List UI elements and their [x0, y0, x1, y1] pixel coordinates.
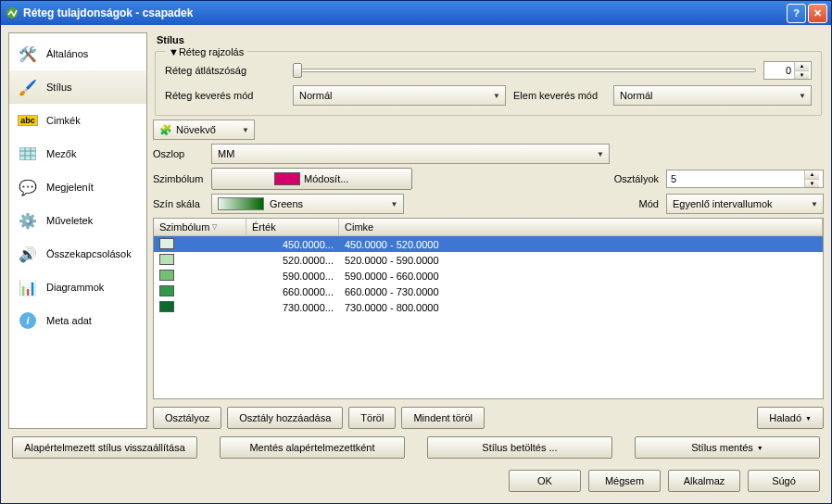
sidebar-item-label: Cimkék [46, 115, 81, 126]
add-class-button[interactable]: Osztály hozzáadása [227, 407, 343, 429]
table-icon [17, 144, 39, 164]
sidebar-item-labels[interactable]: abc Cimkék [9, 104, 146, 137]
class-label: 660.0000 - 730.0000 [339, 286, 823, 297]
load-style-button[interactable]: Stílus betöltés ... [427, 436, 612, 459]
brush-icon: 🖌️ [17, 77, 39, 97]
join-icon: 🔊 [17, 244, 39, 264]
col-symbol[interactable]: Szimbólum ▽ [154, 219, 246, 235]
sidebar-item-actions[interactable]: ⚙️ Műveletek [9, 204, 146, 237]
class-label: 520.0000 - 590.0000 [339, 255, 823, 266]
sidebar-item-label: Műveletek [46, 215, 93, 226]
dialog-window: Réteg tulajdonságok - csapadek ? ✕ 🛠️ Ál… [0, 0, 832, 504]
sidebar-item-diagrams[interactable]: 📊 Diagrammok [9, 271, 146, 304]
table-header: Szimbólum ▽ Érték Cimke [154, 219, 823, 236]
sidebar-item-label: Általános [46, 48, 88, 59]
col-label[interactable]: Cimke [339, 219, 823, 235]
sort-icon: ▽ [212, 223, 217, 231]
classify-button[interactable]: Osztályoz [153, 407, 221, 429]
class-swatch [159, 270, 174, 281]
sidebar-item-label: Mezők [46, 148, 76, 159]
spin-up[interactable]: ▲ [795, 62, 809, 71]
renderer-mode-combo[interactable]: 🧩 Növekvő▼ [153, 120, 255, 140]
classes-input[interactable] [667, 170, 804, 187]
chevron-down-icon: ▼ [806, 200, 823, 208]
table-row[interactable]: 590.0000...590.0000 - 660.0000 [154, 268, 823, 284]
class-value: 730.0000... [246, 302, 339, 313]
classes-table[interactable]: Szimbólum ▽ Érték Cimke 450.0000...450.0… [153, 218, 824, 399]
feature-blend-combo[interactable]: Normál▼ [613, 85, 812, 106]
sidebar-item-label: Összekapcsolások [46, 248, 132, 259]
titlebar[interactable]: Réteg tulajdonságok - csapadek ? ✕ [1, 1, 831, 25]
column-label: Oszlop [153, 148, 204, 159]
opacity-spinbox[interactable]: ▲▼ [763, 61, 812, 80]
chevron-down-icon: ▼ [488, 92, 505, 100]
class-value: 450.0000... [246, 239, 339, 250]
ramp-label: Szín skála [153, 198, 204, 209]
sidebar-item-display[interactable]: 💬 Megjelenít [9, 170, 146, 204]
opacity-slider[interactable] [293, 62, 756, 79]
class-value: 660.0000... [246, 286, 339, 297]
opacity-input[interactable] [764, 62, 794, 79]
help-titlebar-button[interactable]: ? [787, 4, 806, 23]
spin-up[interactable]: ▲ [805, 170, 819, 180]
column-combo[interactable]: MM▼ [211, 144, 610, 164]
chevron-down-icon: ▼ [794, 92, 811, 100]
class-swatch [159, 301, 174, 312]
class-swatch [159, 285, 174, 296]
delete-all-button[interactable]: Mindent töröl [401, 407, 485, 429]
save-style-button[interactable]: Stílus mentés ▼ [635, 436, 820, 459]
help-button[interactable]: Súgó [748, 470, 820, 492]
table-row[interactable]: 520.0000...520.0000 - 590.0000 [154, 252, 823, 268]
window-title: Réteg tulajdonságok - csapadek [23, 6, 785, 19]
renderer-icon: 🧩 [159, 124, 172, 136]
app-icon [5, 6, 19, 20]
panel-title: Stílus [153, 32, 824, 47]
advanced-button[interactable]: Haladó ▼ [757, 407, 824, 429]
table-row[interactable]: 660.0000...660.0000 - 730.0000 [154, 284, 823, 299]
delete-button[interactable]: Töröl [348, 407, 396, 429]
render-groupbox: ▼ Réteg rajzolás Réteg átlátszóság ▲▼ [155, 51, 822, 116]
sidebar-item-metadata[interactable]: i Meta adat [9, 304, 146, 337]
class-label: 590.0000 - 660.0000 [339, 271, 823, 282]
close-titlebar-button[interactable]: ✕ [808, 4, 827, 23]
change-symbol-button[interactable]: Módosít... [211, 168, 412, 190]
groupbox-toggle[interactable]: ▼ Réteg rajzolás [165, 46, 247, 57]
tooltip-icon: 💬 [17, 177, 39, 197]
symbol-swatch [274, 172, 300, 185]
symbol-label: Szimbólum [153, 173, 204, 184]
col-value[interactable]: Érték [246, 219, 339, 235]
layer-blend-combo[interactable]: Normál▼ [293, 85, 506, 106]
ok-button[interactable]: OK [509, 470, 581, 492]
sidebar-item-label: Diagrammok [46, 282, 104, 293]
wrench-icon: 🛠️ [17, 44, 39, 64]
classes-spinbox[interactable]: ▲▼ [666, 170, 824, 188]
sidebar-item-joins[interactable]: 🔊 Összekapcsolások [9, 237, 146, 271]
gear-icon: ⚙️ [17, 210, 39, 231]
chevron-down-icon: ▼ [237, 126, 254, 134]
sidebar-item-fields[interactable]: Mezők [9, 137, 146, 170]
chevron-down-icon: ▼ [757, 445, 763, 451]
spin-down[interactable]: ▼ [805, 180, 819, 188]
sidebar-item-label: Stílus [46, 82, 72, 93]
table-row[interactable]: 450.0000...450.0000 - 520.0000 [154, 236, 823, 252]
chevron-down-icon: ▼ [592, 150, 609, 158]
class-mode-combo[interactable]: Egyenlő intervallumok▼ [666, 194, 824, 214]
chart-icon: 📊 [17, 277, 39, 297]
blend-label: Réteg keverés mód [165, 90, 285, 101]
class-label: 730.0000 - 800.0000 [339, 302, 823, 313]
sidebar-item-style[interactable]: 🖌️ Stílus [9, 70, 146, 104]
cancel-button[interactable]: Mégsem [588, 470, 661, 492]
chevron-down-icon: ▼ [805, 415, 812, 422]
feature-blend-label: Elem keverés mód [513, 90, 606, 101]
color-ramp-combo[interactable]: Greens▼ [211, 194, 404, 214]
category-sidebar: 🛠️ Általános 🖌️ Stílus abc Cimkék Mezők … [8, 32, 147, 429]
save-default-style-button[interactable]: Mentés alapértelmezettként [220, 436, 405, 459]
apply-button[interactable]: Alkalmaz [668, 470, 740, 492]
class-swatch [159, 254, 174, 265]
ramp-gradient [218, 197, 264, 210]
class-value: 590.0000... [246, 271, 339, 282]
spin-down[interactable]: ▼ [795, 71, 809, 80]
table-row[interactable]: 730.0000...730.0000 - 800.0000 [154, 299, 823, 315]
restore-default-style-button[interactable]: Alapértelmezett stílus visszaállítása [12, 436, 197, 459]
sidebar-item-general[interactable]: 🛠️ Általános [9, 37, 146, 70]
